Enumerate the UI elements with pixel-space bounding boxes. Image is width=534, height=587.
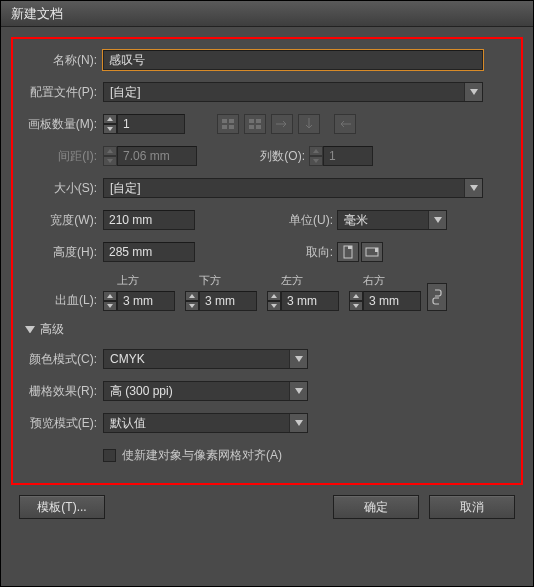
spacing-spinner — [103, 146, 117, 166]
chevron-down-icon — [289, 414, 307, 432]
bleed-top-input[interactable] — [117, 291, 175, 311]
new-document-dialog: 新建文档 名称(N): 配置文件(P): [自定] 画板数量(M): — [0, 0, 534, 587]
svg-rect-11 — [375, 248, 378, 252]
chevron-down-icon — [289, 382, 307, 400]
columns-input — [323, 146, 373, 166]
units-label: 单位(U): — [275, 212, 337, 229]
spinner-up-icon — [103, 146, 117, 156]
artboards-spinner[interactable] — [103, 114, 117, 134]
width-label: 宽度(W): — [23, 212, 103, 229]
bleed-bottom-label: 下方 — [185, 273, 257, 288]
ok-button[interactable]: 确定 — [333, 495, 419, 519]
chevron-down-icon — [428, 211, 446, 229]
artboard-arrangement — [215, 114, 320, 134]
preview-label: 预览模式(E): — [23, 415, 103, 432]
svg-rect-4 — [249, 119, 254, 123]
svg-rect-6 — [249, 125, 254, 129]
profile-value: [自定] — [104, 82, 464, 103]
grid-by-col-icon[interactable] — [244, 114, 266, 134]
svg-rect-1 — [229, 119, 234, 123]
units-value: 毫米 — [338, 210, 428, 231]
bleed-bottom-spinner[interactable] — [185, 291, 199, 311]
orientation-portrait-icon[interactable] — [337, 242, 359, 262]
width-input[interactable] — [103, 210, 195, 230]
grid-by-row-icon[interactable] — [217, 114, 239, 134]
raster-label: 栅格效果(R): — [23, 383, 103, 400]
advanced-section-header[interactable]: 高级 — [25, 321, 511, 338]
size-dropdown[interactable]: [自定] — [103, 178, 483, 198]
align-pixel-label: 使新建对象与像素网格对齐(A) — [122, 447, 282, 464]
svg-rect-3 — [229, 125, 234, 129]
height-input[interactable] — [103, 242, 195, 262]
svg-rect-7 — [256, 125, 261, 129]
units-dropdown[interactable]: 毫米 — [337, 210, 447, 230]
bleed-left-spinner[interactable] — [267, 291, 281, 311]
svg-rect-5 — [256, 119, 261, 123]
artboards-label: 画板数量(M): — [23, 116, 103, 133]
preview-value: 默认值 — [104, 413, 289, 434]
dialog-content: 名称(N): 配置文件(P): [自定] 画板数量(M): — [1, 27, 533, 529]
svg-rect-2 — [222, 125, 227, 129]
colormode-value: CMYK — [104, 350, 289, 368]
svg-rect-0 — [222, 119, 227, 123]
bleed-bottom-input[interactable] — [199, 291, 257, 311]
spinner-up-icon[interactable] — [103, 114, 117, 124]
bleed-left-input[interactable] — [281, 291, 339, 311]
preview-dropdown[interactable]: 默认值 — [103, 413, 308, 433]
columns-spinner — [309, 146, 323, 166]
disclosure-triangle-icon — [25, 325, 35, 335]
link-bleed-icon[interactable] — [427, 283, 447, 311]
bleed-top-spinner[interactable] — [103, 291, 117, 311]
spacing-input — [117, 146, 197, 166]
bleed-left-label: 左方 — [267, 273, 339, 288]
bleed-top-label: 上方 — [103, 273, 175, 288]
size-value: [自定] — [104, 178, 464, 199]
colormode-dropdown[interactable]: CMYK — [103, 349, 308, 369]
templates-button[interactable]: 模板(T)... — [19, 495, 105, 519]
raster-dropdown[interactable]: 高 (300 ppi) — [103, 381, 308, 401]
colormode-label: 颜色模式(C): — [23, 351, 103, 368]
window-title: 新建文档 — [11, 6, 63, 21]
spinner-down-icon[interactable] — [103, 124, 117, 134]
spinner-up-icon — [309, 146, 323, 156]
advanced-label: 高级 — [40, 321, 64, 338]
bleed-right-input[interactable] — [363, 291, 421, 311]
spacing-label: 间距(I): — [23, 148, 103, 165]
artboards-input[interactable] — [117, 114, 185, 134]
profile-label: 配置文件(P): — [23, 84, 103, 101]
name-label: 名称(N): — [23, 52, 103, 69]
columns-label: 列数(O): — [247, 148, 309, 165]
arrange-col-icon[interactable] — [298, 114, 320, 134]
align-pixel-checkbox[interactable] — [103, 449, 116, 462]
titlebar[interactable]: 新建文档 — [1, 1, 533, 27]
bleed-label: 出血(L): — [23, 292, 103, 309]
rtl-layout-icon[interactable] — [334, 114, 356, 134]
highlighted-region: 名称(N): 配置文件(P): [自定] 画板数量(M): — [11, 37, 523, 485]
arrange-row-icon[interactable] — [271, 114, 293, 134]
chevron-down-icon — [289, 350, 307, 368]
orient-label: 取向: — [297, 244, 337, 261]
name-input[interactable] — [103, 50, 483, 70]
chevron-down-icon — [464, 179, 482, 197]
height-label: 高度(H): — [23, 244, 103, 261]
size-label: 大小(S): — [23, 180, 103, 197]
bleed-right-spinner[interactable] — [349, 291, 363, 311]
orientation-landscape-icon[interactable] — [361, 242, 383, 262]
spinner-down-icon — [103, 156, 117, 166]
svg-rect-9 — [348, 246, 352, 249]
raster-value: 高 (300 ppi) — [104, 381, 289, 402]
cancel-button[interactable]: 取消 — [429, 495, 515, 519]
bleed-right-label: 右方 — [349, 273, 421, 288]
spinner-down-icon — [309, 156, 323, 166]
profile-dropdown[interactable]: [自定] — [103, 82, 483, 102]
chevron-down-icon — [464, 83, 482, 101]
